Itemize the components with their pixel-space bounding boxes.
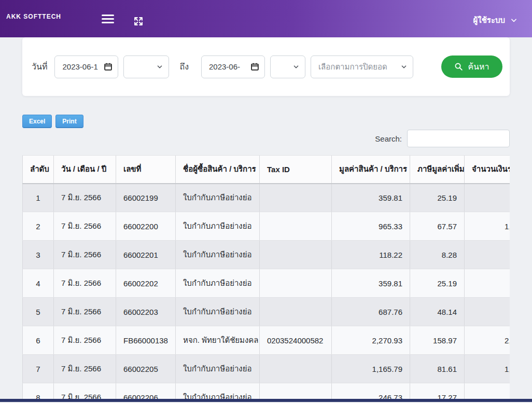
table-cell: 385.00	[465, 184, 510, 212]
chevron-down-icon	[292, 63, 300, 71]
table-cell	[260, 212, 332, 241]
table-cell: 385.00	[465, 269, 510, 298]
chevron-down-icon	[510, 17, 517, 24]
table-cell	[260, 355, 332, 383]
table-cell: 81.61	[410, 355, 465, 383]
table-cell: หจก. พัทยาใต้ชัยมงคล	[176, 326, 260, 355]
search-icon	[454, 62, 463, 71]
table-cell: 1,247.40	[465, 355, 510, 383]
table-cell	[260, 298, 332, 326]
table-cell: 965.33	[332, 212, 410, 241]
closing-filter-value: เลือกตามการปิดยอด	[318, 61, 387, 73]
table-cell	[260, 269, 332, 298]
table-cell	[260, 184, 332, 212]
user-dropdown-label: ผู้ใช้ระบบ	[473, 14, 505, 26]
table-cell: 2,429.90	[465, 326, 510, 355]
table-cell: 126.50	[465, 241, 510, 269]
table-cell: 4	[23, 269, 54, 298]
table-cell: ใบกำกับภาษีอย่างย่อ	[176, 269, 260, 298]
table-body: 17 มิ.ย. 256666002199ใบกำกับภาษีอย่างย่อ…	[23, 184, 510, 403]
table-cell: ใบกำกับภาษีอย่างย่อ	[176, 184, 260, 212]
table-row: 37 มิ.ย. 256666002201ใบกำกับภาษีอย่างย่อ…	[23, 241, 510, 269]
date-from-value: 2023-06-1	[62, 62, 97, 71]
search-button-label: ค้นหา	[468, 60, 489, 73]
table-cell: 66002203	[116, 298, 176, 326]
date-label: วันที่	[32, 60, 47, 73]
hamburger-menu-icon[interactable]	[102, 12, 114, 25]
time-to-select[interactable]	[270, 55, 305, 78]
calendar-icon	[250, 62, 259, 71]
table-cell: 7 มิ.ย. 2566	[54, 184, 116, 212]
table-cell: 359.81	[332, 184, 410, 212]
date-to-input[interactable]: 2023-06-	[201, 55, 265, 78]
table-cell: 66002199	[116, 184, 176, 212]
table-row: 77 มิ.ย. 256666002205ใบกำกับภาษีอย่างย่อ…	[23, 355, 510, 383]
column-header[interactable]: จำนวนเงินรวม	[465, 156, 510, 184]
table-row: 17 มิ.ย. 256666002199ใบกำกับภาษีอย่างย่อ…	[23, 184, 510, 212]
table-cell: 66002201	[116, 241, 176, 269]
time-from-select[interactable]	[123, 55, 169, 78]
table-row: 57 มิ.ย. 256666002203ใบกำกับภาษีอย่างย่อ…	[23, 298, 510, 326]
table-cell: ใบกำกับภาษีอย่างย่อ	[176, 212, 260, 241]
table-cell: 7 มิ.ย. 2566	[54, 241, 116, 269]
table-cell: 2,270.93	[332, 326, 410, 355]
user-dropdown[interactable]: ผู้ใช้ระบบ	[473, 14, 517, 26]
table-header-row: ลำดับวัน / เดือน / ปีเลขที่ชื่อผู้ซื้อสิ…	[23, 156, 510, 184]
table-cell: 5	[23, 298, 54, 326]
date-from-input[interactable]: 2023-06-1	[54, 55, 118, 78]
report-table: ลำดับวัน / เดือน / ปีเลขที่ชื่อผู้ซื้อสิ…	[22, 155, 510, 403]
table-cell: 2	[23, 212, 54, 241]
table-search-label: Search:	[375, 134, 402, 143]
table-row: 67 มิ.ย. 2566FB66000138หจก. พัทยาใต้ชัยม…	[23, 326, 510, 355]
table-cell: 67.57	[410, 212, 465, 241]
column-header[interactable]: ลำดับ	[23, 156, 54, 184]
calendar-icon	[104, 62, 113, 71]
table-cell: 7 มิ.ย. 2566	[54, 298, 116, 326]
table-cell: 7 มิ.ย. 2566	[54, 269, 116, 298]
chevron-down-icon	[156, 63, 163, 71]
table-cell: 7 มิ.ย. 2566	[54, 355, 116, 383]
table-cell: 1	[23, 184, 54, 212]
search-button[interactable]: ค้นหา	[441, 55, 502, 78]
date-to-value: 2023-06-	[209, 62, 240, 71]
excel-button[interactable]: Excel	[22, 115, 52, 128]
column-header[interactable]: Tax ID	[260, 156, 332, 184]
table-cell: 687.76	[332, 298, 410, 326]
table-cell: 66002205	[116, 355, 176, 383]
table-cell: 1,032.90	[465, 212, 510, 241]
table-cell: FB66000138	[116, 326, 176, 355]
brand-logo[interactable]: AKK SOFTTECH	[6, 13, 61, 20]
print-button[interactable]: Print	[55, 115, 83, 128]
table-row: 47 มิ.ย. 256666002202ใบกำกับภาษีอย่างย่อ…	[23, 269, 510, 298]
table-cell: 7 มิ.ย. 2566	[54, 326, 116, 355]
to-label: ถึง	[179, 60, 189, 73]
table-cell: ใบกำกับภาษีอย่างย่อ	[176, 298, 260, 326]
table-cell: 66002200	[116, 212, 176, 241]
column-header[interactable]: วัน / เดือน / ปี	[54, 156, 116, 184]
table-cell: 7	[23, 355, 54, 383]
column-header[interactable]: ชื่อผู้ซื้อสินค้า / บริการ	[176, 156, 260, 184]
table-row: 27 มิ.ย. 256666002200ใบกำกับภาษีอย่างย่อ…	[23, 212, 510, 241]
table-cell: 158.97	[410, 326, 465, 355]
table-cell: ใบกำกับภาษีอย่างย่อ	[176, 241, 260, 269]
table-cell: 1,165.79	[332, 355, 410, 383]
table-cell: 25.19	[410, 269, 465, 298]
table-cell: 25.19	[410, 184, 465, 212]
chevron-down-icon	[400, 63, 408, 71]
fullscreen-expand-icon[interactable]	[133, 16, 144, 27]
table-cell: 735.90	[465, 298, 510, 326]
closing-filter-select[interactable]: เลือกตามการปิดยอด	[311, 55, 413, 78]
table-cell: 7 มิ.ย. 2566	[54, 212, 116, 241]
column-header[interactable]: ภาษีมูลค่าเพิ่ม	[410, 156, 465, 184]
column-header[interactable]: มูลค่าสินค้า / บริการ	[332, 156, 410, 184]
table-cell: ใบกำกับภาษีอย่างย่อ	[176, 355, 260, 383]
column-header[interactable]: เลขที่	[116, 156, 176, 184]
table-cell: 8.28	[410, 241, 465, 269]
table-cell: 48.14	[410, 298, 465, 326]
filter-panel: วันที่ 2023-06-1 ถึง 2023-06- เลือกตามกา…	[22, 37, 510, 96]
report-table-container: ลำดับวัน / เดือน / ปีเลขที่ชื่อผู้ซื้อสิ…	[22, 155, 510, 403]
table-cell: 3	[23, 241, 54, 269]
table-cell	[260, 241, 332, 269]
table-search-input[interactable]	[407, 130, 510, 147]
table-cell: 118.22	[332, 241, 410, 269]
